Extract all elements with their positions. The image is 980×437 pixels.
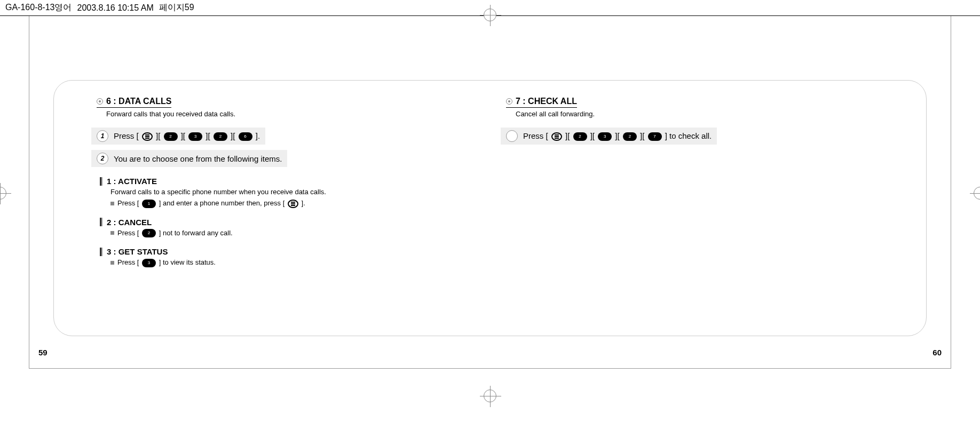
section-heading-data-calls: 6 : DATA CALLS: [97, 97, 171, 108]
vbar-icon: [100, 177, 102, 186]
menu-key-icon: [288, 200, 298, 208]
square-bullet-icon: [110, 231, 114, 235]
step-number-1: 1: [97, 130, 108, 142]
registration-mark-icon: [484, 9, 496, 21]
bullet-cancel: Press [ 2 ] not to forward any call.: [110, 229, 479, 238]
registration-mark-icon: [484, 390, 496, 402]
page-left-content: 6 : DATA CALLS Forward calls that you re…: [91, 97, 479, 320]
manual-spread: 6 : DATA CALLS Forward calls that you re…: [53, 80, 927, 336]
bullet-text: Press [ 1 ] and enter a phone number the…: [117, 199, 305, 208]
subsection-get-status: 3 : GET STATUS: [100, 247, 479, 256]
bullet-text: Press [ 2 ] not to forward any call.: [117, 229, 233, 238]
timestamp: 2003.8.16 10:15 AM: [77, 3, 154, 13]
subsection-title: 1 : ACTIVATE: [107, 177, 157, 186]
page-number-left: 59: [38, 348, 48, 357]
square-bullet-icon: [110, 261, 114, 265]
key-3-icon: 3: [188, 132, 202, 141]
subsection-desc: Forward calls to a specific phone number…: [110, 188, 479, 196]
subsection-title: 3 : GET STATUS: [107, 247, 168, 256]
bullet-target-icon: [97, 98, 103, 105]
step-1: 1 Press [ ][ 2 ][ 3 ][ 2 ][ 6 ].: [91, 128, 265, 145]
section-subtitle: Forward calls that you received data cal…: [106, 110, 479, 118]
key-1-icon: 1: [142, 200, 156, 208]
subsection-cancel: 2 : CANCEL: [100, 218, 479, 227]
section-title: 6 : DATA CALLS: [106, 97, 171, 106]
section-heading-check-all: 7 : CHECK ALL: [506, 97, 577, 108]
key-6-icon: 6: [239, 132, 252, 141]
menu-key-icon: [142, 132, 153, 141]
section-subtitle: Cancel all call forwarding.: [516, 110, 889, 118]
key-3-icon: 3: [142, 259, 156, 267]
key-2-icon: 2: [164, 132, 178, 141]
step-text: Press [ ][ 2 ][ 3 ][ 2 ][ 7 ] to check a…: [523, 131, 712, 141]
bullet-get-status: Press [ 3 ] to view its status.: [110, 258, 479, 267]
square-bullet-icon: [110, 202, 114, 205]
step-text: You are to choose one from the following…: [114, 154, 282, 163]
step-number-blank: [506, 130, 518, 142]
subsection-title: 2 : CANCEL: [107, 218, 152, 227]
trim-line: [951, 16, 951, 368]
bullet-text: Press [ 3 ] to view its status.: [117, 258, 216, 267]
vbar-icon: [100, 248, 102, 256]
page-number-right: 60: [932, 348, 942, 357]
key-7-icon: 7: [648, 132, 662, 141]
bullet-target-icon: [506, 98, 512, 105]
key-2-icon: 2: [214, 132, 227, 141]
vbar-icon: [100, 218, 102, 226]
page-canvas: 6 : DATA CALLS Forward calls that you re…: [0, 16, 980, 437]
key-2-icon: 2: [623, 132, 637, 141]
step-check-all: Press [ ][ 2 ][ 3 ][ 2 ][ 7 ] to check a…: [501, 128, 717, 145]
page-label: 페이지59: [159, 2, 194, 13]
trim-line: [29, 368, 951, 369]
subsection-activate: 1 : ACTIVATE: [100, 177, 479, 186]
key-3-icon: 3: [598, 132, 612, 141]
section-title: 7 : CHECK ALL: [516, 97, 577, 106]
page-right-content: 7 : CHECK ALL Cancel all call forwarding…: [501, 97, 889, 320]
trim-line: [29, 16, 29, 368]
key-2-icon: 2: [142, 229, 156, 237]
key-2-icon: 2: [573, 132, 587, 141]
menu-key-icon: [551, 132, 562, 141]
filename: GA-160-8-13영어: [5, 2, 72, 13]
registration-mark-icon: [0, 187, 6, 200]
bullet-activate: Press [ 1 ] and enter a phone number the…: [110, 199, 479, 208]
step-2: 2 You are to choose one from the followi…: [91, 150, 287, 167]
registration-mark-icon: [974, 187, 980, 200]
step-text: Press [ ][ 2 ][ 3 ][ 2 ][ 6 ].: [114, 131, 260, 141]
step-number-2: 2: [97, 153, 108, 164]
